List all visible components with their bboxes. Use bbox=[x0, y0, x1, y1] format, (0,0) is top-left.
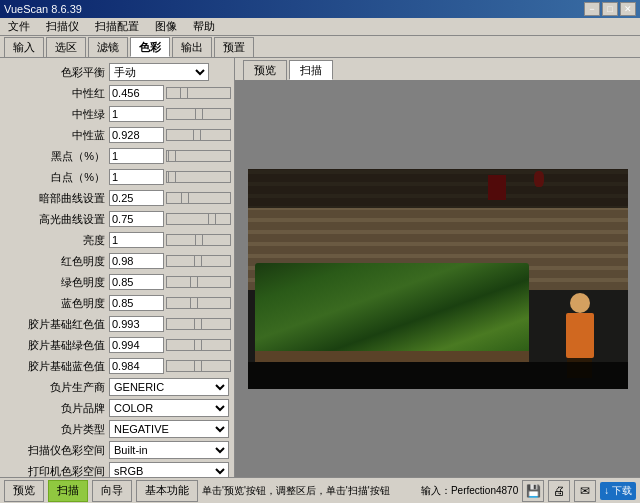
printer-color-space-select[interactable]: sRGB bbox=[109, 462, 229, 477]
menu-help[interactable]: 帮助 bbox=[189, 18, 219, 35]
red-brightness-label: 红色明度 bbox=[4, 254, 109, 269]
tab-output[interactable]: 输出 bbox=[172, 37, 212, 57]
email-icon-btn[interactable]: ✉ bbox=[574, 480, 596, 502]
shadow-curve-slider[interactable] bbox=[166, 192, 231, 204]
minimize-btn[interactable]: − bbox=[584, 2, 600, 16]
save-icon-btn[interactable]: 💾 bbox=[522, 480, 544, 502]
film-base-green-slider[interactable] bbox=[166, 339, 231, 351]
neg-maker-label: 负片生产商 bbox=[4, 380, 109, 395]
scanner-color-space-label: 扫描仪色彩空间 bbox=[4, 443, 109, 458]
neutral-green-slider[interactable] bbox=[166, 108, 231, 120]
menu-file[interactable]: 文件 bbox=[4, 18, 34, 35]
preview-button[interactable]: 预览 bbox=[4, 480, 44, 502]
status-left-text: 单击'预览'按钮，调整区后，单击'扫描'按钮 bbox=[202, 484, 417, 498]
download-badge[interactable]: ↓ 下载 bbox=[600, 482, 636, 500]
input-info: 输入：Perfection4870 bbox=[421, 484, 518, 498]
neg-maker-select[interactable]: GENERIC bbox=[109, 378, 229, 396]
neutral-blue-slider[interactable] bbox=[166, 129, 231, 141]
film-base-blue-row: 胶片基础蓝色值 ▲ ▼ bbox=[2, 356, 232, 376]
wizard-button[interactable]: 向导 bbox=[92, 480, 132, 502]
preview-tab-scan[interactable]: 扫描 bbox=[289, 60, 333, 80]
white-point-label: 白点（%） bbox=[4, 170, 109, 185]
neutral-blue-label: 中性蓝 bbox=[4, 128, 109, 143]
color-balance-select[interactable]: 手动 bbox=[109, 63, 209, 81]
film-base-green-input[interactable] bbox=[109, 337, 164, 353]
brightness-input[interactable] bbox=[109, 232, 164, 248]
black-point-slider[interactable] bbox=[166, 150, 231, 162]
green-brightness-slider[interactable] bbox=[166, 276, 231, 288]
shadow-curve-row: 暗部曲线设置 ▲ ▼ bbox=[2, 188, 232, 208]
highlight-curve-row: 高光曲线设置 ▲ ▼ bbox=[2, 209, 232, 229]
red-brightness-slider[interactable] bbox=[166, 255, 231, 267]
neutral-red-label: 中性红 bbox=[4, 86, 109, 101]
film-base-green-row: 胶片基础绿色值 ▲ ▼ bbox=[2, 335, 232, 355]
green-brightness-input[interactable] bbox=[109, 274, 164, 290]
brightness-row: 亮度 ▲ ▼ bbox=[2, 230, 232, 250]
basic-function-button[interactable]: 基本功能 bbox=[136, 480, 198, 502]
shadow-curve-input[interactable] bbox=[109, 190, 164, 206]
menu-image[interactable]: 图像 bbox=[151, 18, 181, 35]
highlight-curve-label: 高光曲线设置 bbox=[4, 212, 109, 227]
image-area bbox=[235, 80, 640, 477]
print-icon-btn[interactable]: 🖨 bbox=[548, 480, 570, 502]
menu-scan-config[interactable]: 扫描配置 bbox=[91, 18, 143, 35]
tab-color[interactable]: 色彩 bbox=[130, 37, 170, 57]
black-point-input[interactable] bbox=[109, 148, 164, 164]
neg-brand-select[interactable]: COLOR bbox=[109, 399, 229, 417]
tab-input[interactable]: 输入 bbox=[4, 37, 44, 57]
highlight-curve-slider[interactable] bbox=[166, 213, 231, 225]
white-point-row: 白点（%） ▲ ▼ bbox=[2, 167, 232, 187]
neutral-red-row: 中性红 ▲ ▼ bbox=[2, 83, 232, 103]
brightness-label: 亮度 bbox=[4, 233, 109, 248]
film-base-green-label: 胶片基础绿色值 bbox=[4, 338, 109, 353]
film-base-blue-input[interactable] bbox=[109, 358, 164, 374]
preview-tabs: 预览 扫描 bbox=[235, 58, 640, 80]
neg-type-row: 负片类型 NEGATIVE bbox=[2, 419, 232, 439]
tab-filter[interactable]: 滤镜 bbox=[88, 37, 128, 57]
scan-button[interactable]: 扫描 bbox=[48, 480, 88, 502]
film-base-red-row: 胶片基础红色值 ▲ ▼ bbox=[2, 314, 232, 334]
scene bbox=[248, 169, 628, 389]
tab-preset[interactable]: 预置 bbox=[214, 37, 254, 57]
menu-scanner[interactable]: 扫描仪 bbox=[42, 18, 83, 35]
film-base-red-slider[interactable] bbox=[166, 318, 231, 330]
close-btn[interactable]: ✕ bbox=[620, 2, 636, 16]
printer-color-space-row: 打印机色彩空间 sRGB bbox=[2, 461, 232, 477]
blue-brightness-row: 蓝色明度 ▲ ▼ bbox=[2, 293, 232, 313]
menu-bar: 文件 扫描仪 扫描配置 图像 帮助 bbox=[0, 18, 640, 36]
neutral-green-row: 中性绿 ▲ ▼ bbox=[2, 104, 232, 124]
red-brightness-input[interactable] bbox=[109, 253, 164, 269]
main-tabs: 输入 选区 滤镜 色彩 输出 预置 bbox=[0, 36, 640, 58]
neg-type-select[interactable]: NEGATIVE bbox=[109, 420, 229, 438]
brightness-slider[interactable] bbox=[166, 234, 231, 246]
film-base-blue-label: 胶片基础蓝色值 bbox=[4, 359, 109, 374]
highlight-curve-input[interactable] bbox=[109, 211, 164, 227]
window-title: VueScan 8.6.39 bbox=[4, 3, 82, 15]
maximize-btn[interactable]: □ bbox=[602, 2, 618, 16]
white-point-slider[interactable] bbox=[166, 171, 231, 183]
film-base-blue-slider[interactable] bbox=[166, 360, 231, 372]
color-balance-label: 色彩平衡 bbox=[4, 65, 109, 80]
produce-display bbox=[255, 263, 529, 355]
white-point-input[interactable] bbox=[109, 169, 164, 185]
black-point-label: 黑点（%） bbox=[4, 149, 109, 164]
neutral-red-slider[interactable] bbox=[166, 87, 231, 99]
neutral-green-label: 中性绿 bbox=[4, 107, 109, 122]
neutral-blue-input[interactable] bbox=[109, 127, 164, 143]
green-brightness-label: 绿色明度 bbox=[4, 275, 109, 290]
status-right: 输入：Perfection4870 💾 🖨 ✉ ↓ 下载 bbox=[421, 480, 636, 502]
window-controls: − □ ✕ bbox=[584, 2, 636, 16]
shadow-curve-label: 暗部曲线设置 bbox=[4, 191, 109, 206]
scanner-color-space-row: 扫描仪色彩空间 Built-in bbox=[2, 440, 232, 460]
neutral-green-input[interactable] bbox=[109, 106, 164, 122]
blue-brightness-input[interactable] bbox=[109, 295, 164, 311]
top-shadow bbox=[248, 169, 628, 209]
table-surface bbox=[255, 351, 529, 362]
scanner-color-space-select[interactable]: Built-in bbox=[109, 441, 229, 459]
tab-selection[interactable]: 选区 bbox=[46, 37, 86, 57]
preview-tab-preview[interactable]: 预览 bbox=[243, 60, 287, 80]
neutral-red-input[interactable] bbox=[109, 85, 164, 101]
blue-brightness-slider[interactable] bbox=[166, 297, 231, 309]
film-base-red-input[interactable] bbox=[109, 316, 164, 332]
red-brightness-row: 红色明度 ▲ ▼ bbox=[2, 251, 232, 271]
